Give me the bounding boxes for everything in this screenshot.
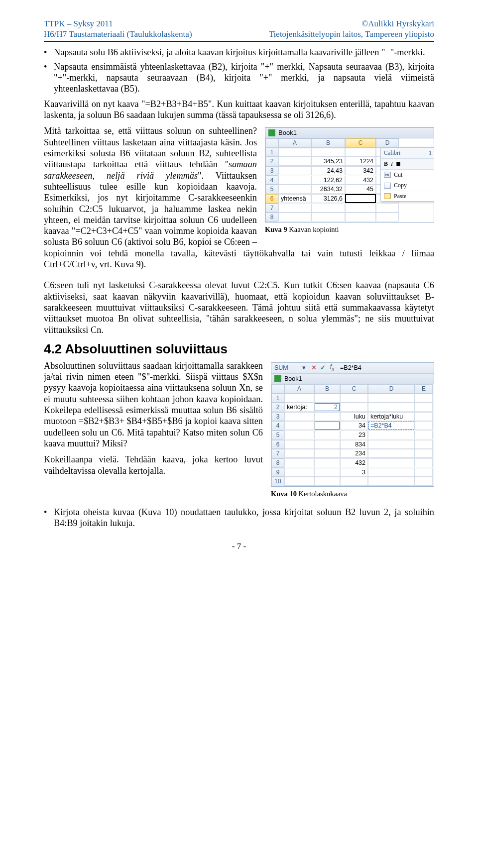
sheet-cell[interactable]: luku [340, 412, 368, 421]
select-all-corner[interactable] [265, 138, 278, 148]
sheet-cell[interactable]: 24,43 [311, 166, 345, 175]
sheet-cell[interactable] [284, 449, 314, 458]
sheet-cell-editing[interactable]: =B2*B4 [368, 421, 415, 430]
sheet-cell[interactable] [284, 477, 314, 486]
cancel-formula-icon[interactable]: ✕ [309, 364, 318, 372]
sheet-cell[interactable] [278, 157, 311, 166]
sheet-cell[interactable] [368, 477, 415, 486]
sheet-cell[interactable]: 345,23 [311, 157, 345, 166]
context-menu-copy[interactable]: Copy [381, 180, 434, 191]
sheet-cell[interactable] [368, 449, 415, 458]
row-header[interactable]: 5 [265, 185, 278, 194]
sheet-cell[interactable] [311, 204, 345, 213]
sheet-cell[interactable] [284, 421, 314, 430]
row-header[interactable]: 1 [271, 394, 284, 403]
sheet-cell[interactable] [314, 431, 340, 439]
sheet-cell[interactable] [314, 412, 340, 421]
sheet-cell[interactable] [415, 403, 433, 412]
sheet-cell[interactable] [284, 468, 314, 477]
sheet-cell[interactable]: 2634,32 [311, 185, 345, 194]
sheet-cell[interactable] [278, 213, 311, 221]
sheet-cell[interactable]: 432 [340, 458, 368, 467]
col-header[interactable]: D [368, 384, 415, 394]
row-header[interactable]: 6 [271, 440, 284, 449]
sheet-cell[interactable]: 45 [345, 185, 376, 194]
sheet-cell[interactable] [311, 213, 345, 221]
col-header[interactable]: E [415, 384, 433, 394]
sheet-cell[interactable] [345, 148, 376, 157]
select-all-corner[interactable] [271, 384, 284, 394]
sheet-cell[interactable]: 34 [340, 421, 368, 430]
row-header[interactable]: 4 [271, 421, 284, 431]
sheet-cell[interactable] [284, 440, 314, 449]
sheet-cell-ref[interactable] [314, 421, 340, 430]
row-header[interactable]: 2 [265, 157, 278, 166]
sheet-cell[interactable] [415, 440, 433, 449]
sheet-cell[interactable] [368, 468, 415, 477]
mini-toolbar-font[interactable]: Calibri 1 [381, 148, 434, 159]
sheet-cell[interactable]: 3126,6 [311, 194, 345, 203]
sheet-cell[interactable]: 432 [345, 176, 376, 185]
sheet-cell[interactable] [314, 477, 340, 486]
sheet-cell[interactable]: 3 [340, 468, 368, 477]
sheet-cell[interactable] [278, 204, 311, 213]
sheet-cell[interactable] [284, 412, 314, 421]
col-header[interactable]: B [314, 384, 340, 394]
sheet-cell[interactable] [368, 394, 415, 403]
sheet-cell[interactable] [314, 394, 340, 403]
col-header[interactable]: C [345, 138, 376, 148]
sheet-cell[interactable] [345, 213, 376, 221]
sheet-cell[interactable] [278, 148, 311, 157]
row-header[interactable]: 8 [271, 458, 284, 468]
sheet-cell[interactable] [415, 449, 433, 458]
sheet-cell[interactable] [376, 213, 399, 221]
sheet-cell[interactable] [345, 204, 376, 213]
row-header[interactable]: 2 [271, 403, 284, 412]
sheet-cell[interactable] [368, 403, 415, 412]
sheet-cell[interactable] [368, 440, 415, 449]
context-menu-paste[interactable]: Paste [381, 191, 434, 202]
sheet-cell[interactable] [415, 458, 433, 467]
sheet-cell[interactable] [314, 440, 340, 449]
sheet-cell[interactable] [278, 176, 311, 185]
sheet-cell[interactable] [415, 477, 433, 486]
row-header[interactable]: 4 [265, 176, 278, 185]
sheet-cell[interactable]: 23 [340, 431, 368, 439]
row-header[interactable]: 7 [271, 449, 284, 458]
row-header[interactable]: 5 [271, 431, 284, 440]
sheet-cell[interactable] [314, 468, 340, 477]
col-header[interactable]: C [340, 384, 368, 394]
col-header[interactable]: D [376, 138, 399, 148]
col-header[interactable]: A [284, 384, 314, 394]
sheet-cell[interactable] [415, 421, 433, 430]
row-header[interactable]: 10 [271, 477, 284, 486]
sheet-cell[interactable] [340, 477, 368, 486]
col-header[interactable]: A [278, 138, 311, 148]
sheet-cell[interactable]: 834 [340, 440, 368, 449]
sheet-cell[interactable]: 342 [345, 166, 376, 175]
sheet-cell[interactable] [340, 394, 368, 403]
fx-icon[interactable]: fx [327, 363, 337, 372]
sheet-cell[interactable] [278, 185, 311, 194]
sheet-cell[interactable] [284, 394, 314, 403]
sheet-cell[interactable] [415, 412, 433, 421]
sheet-cell[interactable] [340, 403, 368, 412]
sheet-cell[interactable] [278, 166, 311, 175]
mini-toolbar-format[interactable]: B I ≣ [381, 159, 434, 170]
sheet-cell-ref[interactable]: 2 [314, 403, 340, 412]
row-header[interactable]: 7 [265, 204, 278, 213]
sheet-cell[interactable] [376, 204, 399, 213]
sheet-cell[interactable] [415, 394, 433, 403]
sheet-cell[interactable] [314, 449, 340, 458]
sheet-cell[interactable]: 1224 [345, 157, 376, 166]
row-header[interactable]: 9 [271, 468, 284, 477]
row-header[interactable]: 6 [265, 194, 278, 204]
row-header[interactable]: 1 [265, 148, 278, 157]
sheet-cell[interactable]: 234 [340, 449, 368, 458]
sheet-cell[interactable] [314, 458, 340, 467]
sheet-cell[interactable] [311, 148, 345, 157]
row-header[interactable]: 3 [265, 166, 278, 176]
sheet-cell[interactable] [368, 431, 415, 439]
sheet-cell[interactable] [415, 431, 433, 439]
sheet-cell[interactable] [284, 458, 314, 467]
